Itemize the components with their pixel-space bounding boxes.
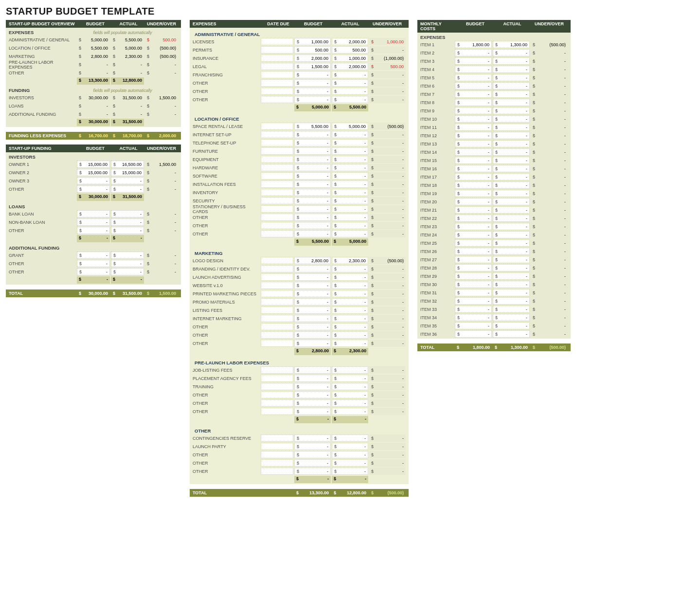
budget-cell[interactable]: $5,500.00 xyxy=(294,123,331,130)
actual-cell[interactable]: $- xyxy=(332,290,368,297)
budget-cell[interactable]: $1,500.00 xyxy=(294,63,331,70)
actual-cell[interactable]: $- xyxy=(493,256,530,263)
actual-cell[interactable]: $- xyxy=(332,331,368,339)
date-cell[interactable] xyxy=(261,54,293,62)
budget-cell[interactable]: $- xyxy=(294,214,331,221)
date-cell[interactable] xyxy=(261,147,293,155)
actual-cell[interactable]: $- xyxy=(111,218,144,226)
budget-cell[interactable]: $- xyxy=(455,49,492,56)
budget-cell[interactable]: $- xyxy=(77,210,110,217)
date-cell[interactable] xyxy=(261,164,293,171)
actual-cell[interactable]: $- xyxy=(332,383,368,390)
actual-cell[interactable]: $- xyxy=(493,132,530,139)
actual-cell[interactable]: $- xyxy=(111,227,144,234)
actual-cell[interactable]: $2,300.00 xyxy=(332,257,368,264)
date-cell[interactable] xyxy=(261,88,293,95)
date-cell[interactable] xyxy=(261,123,293,130)
actual-cell[interactable]: $- xyxy=(332,88,368,95)
date-cell[interactable] xyxy=(261,265,293,272)
budget-cell[interactable]: $- xyxy=(455,281,492,288)
budget-cell[interactable]: $- xyxy=(294,96,331,103)
date-cell[interactable] xyxy=(261,156,293,163)
budget-cell[interactable]: $- xyxy=(294,298,331,306)
budget-cell[interactable]: $- xyxy=(294,331,331,339)
budget-cell[interactable]: $- xyxy=(455,165,492,172)
budget-cell[interactable]: $- xyxy=(455,289,492,296)
actual-cell[interactable]: $- xyxy=(332,273,368,281)
actual-cell[interactable]: $- xyxy=(493,165,530,172)
actual-cell[interactable]: $- xyxy=(332,156,368,163)
actual-cell[interactable]: $- xyxy=(493,223,530,230)
budget-cell[interactable]: $- xyxy=(77,252,110,259)
date-cell[interactable] xyxy=(261,443,293,450)
actual-cell[interactable]: $- xyxy=(493,239,530,247)
actual-cell[interactable]: $- xyxy=(332,340,368,347)
budget-cell[interactable]: $- xyxy=(455,148,492,156)
actual-cell[interactable]: $- xyxy=(111,177,144,184)
actual-cell[interactable]: $- xyxy=(332,434,368,442)
budget-cell[interactable]: $- xyxy=(294,315,331,322)
budget-cell[interactable]: $- xyxy=(294,391,331,398)
budget-cell[interactable]: $- xyxy=(294,399,331,407)
budget-cell[interactable]: $15,000.00 xyxy=(77,161,110,168)
date-cell[interactable] xyxy=(261,139,293,146)
actual-cell[interactable]: $- xyxy=(111,185,144,193)
budget-cell[interactable]: $- xyxy=(455,66,492,73)
actual-cell[interactable]: $- xyxy=(493,190,530,197)
budget-cell[interactable]: $- xyxy=(455,322,492,329)
budget-cell[interactable]: $500.00 xyxy=(294,46,331,54)
budget-cell[interactable]: $- xyxy=(77,268,110,275)
date-cell[interactable] xyxy=(261,459,293,467)
budget-cell[interactable]: $- xyxy=(455,239,492,247)
actual-cell[interactable]: $16,500.00 xyxy=(111,161,144,168)
date-cell[interactable] xyxy=(261,197,293,204)
actual-cell[interactable]: $500.00 xyxy=(332,46,368,54)
actual-cell[interactable]: $- xyxy=(332,230,368,237)
budget-cell[interactable]: $- xyxy=(294,156,331,163)
actual-cell[interactable]: $- xyxy=(332,315,368,322)
actual-cell[interactable]: $- xyxy=(493,215,530,222)
actual-cell[interactable]: $- xyxy=(493,272,530,280)
budget-cell[interactable]: $- xyxy=(455,115,492,123)
date-cell[interactable] xyxy=(261,172,293,180)
budget-cell[interactable]: $- xyxy=(455,272,492,280)
actual-cell[interactable]: $- xyxy=(493,281,530,288)
budget-cell[interactable]: $- xyxy=(455,306,492,313)
budget-cell[interactable]: $- xyxy=(294,273,331,281)
budget-cell[interactable]: $- xyxy=(294,172,331,180)
budget-cell[interactable]: $- xyxy=(455,181,492,189)
actual-cell[interactable]: $- xyxy=(493,107,530,114)
actual-cell[interactable]: $- xyxy=(332,375,368,382)
budget-cell[interactable]: $- xyxy=(294,323,331,330)
budget-cell[interactable]: $- xyxy=(455,206,492,214)
actual-cell[interactable]: $- xyxy=(332,96,368,103)
budget-cell[interactable]: $- xyxy=(77,177,110,184)
actual-cell[interactable]: $2,000.00 xyxy=(332,38,368,45)
actual-cell[interactable]: $- xyxy=(332,366,368,374)
date-cell[interactable] xyxy=(261,38,293,45)
budget-cell[interactable]: $- xyxy=(455,74,492,81)
actual-cell[interactable]: $- xyxy=(111,210,144,217)
budget-cell[interactable]: $- xyxy=(294,164,331,171)
actual-cell[interactable]: $5,000.00 xyxy=(332,123,368,130)
date-cell[interactable] xyxy=(261,230,293,237)
actual-cell[interactable]: $- xyxy=(332,222,368,229)
budget-cell[interactable]: $- xyxy=(455,330,492,338)
date-cell[interactable] xyxy=(261,131,293,138)
actual-cell[interactable]: $- xyxy=(332,408,368,415)
budget-cell[interactable]: $- xyxy=(294,181,331,188)
actual-cell[interactable]: $1,300.00 xyxy=(493,41,530,48)
date-cell[interactable] xyxy=(261,468,293,475)
actual-cell[interactable]: $- xyxy=(332,189,368,196)
date-cell[interactable] xyxy=(261,399,293,407)
actual-cell[interactable]: $- xyxy=(493,264,530,271)
actual-cell[interactable]: $- xyxy=(332,79,368,87)
actual-cell[interactable]: $- xyxy=(493,49,530,56)
budget-cell[interactable]: $- xyxy=(294,459,331,467)
budget-cell[interactable]: $- xyxy=(294,408,331,415)
actual-cell[interactable]: $- xyxy=(493,99,530,106)
actual-cell[interactable]: $- xyxy=(332,443,368,450)
budget-cell[interactable]: $2,000.00 xyxy=(294,54,331,62)
actual-cell[interactable]: $2,000.00 xyxy=(332,63,368,70)
actual-cell[interactable]: $- xyxy=(332,172,368,180)
